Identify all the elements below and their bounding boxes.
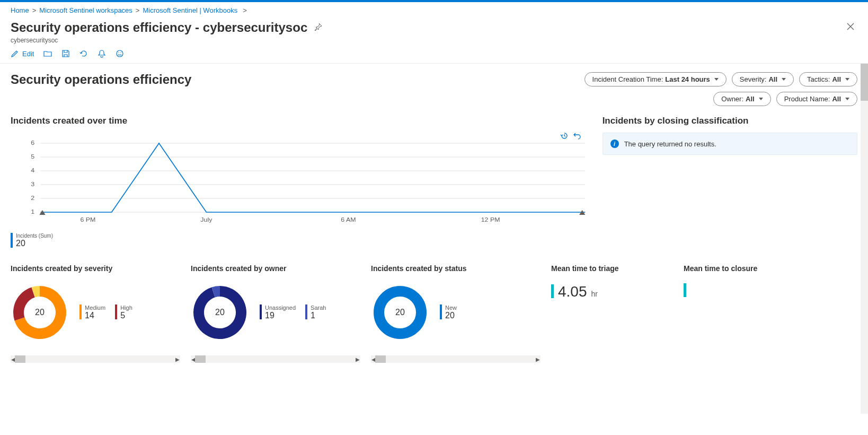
pin-icon[interactable] xyxy=(314,23,322,33)
close-icon[interactable] xyxy=(844,20,857,36)
breadcrumb: Home > Microsoft Sentinel workspaces > M… xyxy=(0,2,868,16)
svg-point-0 xyxy=(117,50,123,57)
filter-severity[interactable]: Severity: All xyxy=(732,72,794,86)
chart-undo-icon[interactable] xyxy=(573,132,581,142)
svg-text:4: 4 xyxy=(31,167,34,173)
page-title: Security operations efficiency - cyberse… xyxy=(11,20,307,35)
workbook-title: Security operations efficiency xyxy=(11,72,191,87)
breadcrumb-chevron-icon: > xyxy=(243,6,247,14)
svg-text:6 PM: 6 PM xyxy=(80,216,95,223)
chevron-down-icon xyxy=(759,98,763,100)
breadcrumb-item[interactable]: Home xyxy=(11,6,29,14)
page-header: Security operations efficiency - cyberse… xyxy=(0,16,868,37)
refresh-button[interactable] xyxy=(79,49,88,58)
donut-severity: 20 xyxy=(11,283,69,342)
card-owner: Incidents created by owner 20 Unassigned… xyxy=(191,264,360,363)
legend-item: New20 xyxy=(440,304,457,320)
folder-open-icon xyxy=(43,49,52,58)
legend-item: High5 xyxy=(115,304,132,320)
page-subtitle: cybersecuritysoc xyxy=(0,37,868,44)
line-chart-svg: 123456 6 PMJuly6 AM12 PM xyxy=(11,133,587,228)
feedback-button[interactable] xyxy=(116,49,124,58)
legend-owner: Unassigned19 Sarah1 xyxy=(260,304,326,320)
breadcrumb-separator: > xyxy=(136,6,140,14)
breadcrumb-item[interactable]: Microsoft Sentinel workspaces xyxy=(39,6,132,14)
save-icon xyxy=(61,49,70,58)
line-chart-summary: Incidents (Sum) 20 xyxy=(11,233,587,248)
svg-text:5: 5 xyxy=(31,153,34,160)
filter-pills: Incident Creation Time: Last 24 hours Se… xyxy=(529,72,857,106)
edit-label: Edit xyxy=(22,50,34,58)
smiley-icon xyxy=(116,49,124,58)
info-icon: i xyxy=(610,140,619,148)
refresh-icon xyxy=(79,49,88,58)
legend-item: Sarah1 xyxy=(305,304,326,320)
scrollbar-vertical[interactable] xyxy=(861,64,868,373)
donut-status: 20 xyxy=(371,283,429,342)
metric-bar-icon xyxy=(551,284,554,298)
svg-text:12 PM: 12 PM xyxy=(481,216,500,223)
closing-chart-title: Incidents by closing classification xyxy=(603,116,857,126)
svg-text:3: 3 xyxy=(31,181,34,187)
legend-item: Unassigned19 xyxy=(260,304,296,320)
content: Security operations efficiency Incident … xyxy=(0,64,868,373)
save-button[interactable] xyxy=(61,49,70,58)
svg-text:July: July xyxy=(200,216,212,223)
no-results-text: The query returned no results. xyxy=(624,140,716,148)
chevron-down-icon xyxy=(782,78,786,81)
filter-product-name[interactable]: Product Name: All xyxy=(776,92,857,106)
metric-value: 4.05 xyxy=(558,283,587,300)
legend-item: Medium14 xyxy=(79,304,105,320)
svg-text:2: 2 xyxy=(31,195,34,201)
card-mean-triage: Mean time to triage 4.05 hr xyxy=(551,264,673,363)
legend-status: New20 xyxy=(440,304,457,320)
card-status: Incidents created by status 20 New20 ◀▶ xyxy=(371,264,541,363)
chevron-down-icon xyxy=(845,78,849,81)
pencil-icon xyxy=(11,49,19,58)
card-severity: Incidents created by severity 20 Medium1… xyxy=(11,264,180,363)
bell-icon xyxy=(98,49,106,58)
metric-unit: hr xyxy=(591,290,598,298)
chevron-down-icon xyxy=(714,78,719,81)
donut-owner: 20 xyxy=(191,283,249,342)
no-results-box: i The query returned no results. xyxy=(603,133,857,155)
scrollbar-horizontal[interactable]: ◀▶ xyxy=(11,355,180,363)
line-chart: 123456 6 PMJuly6 AM12 PM Incidents (Sum)… xyxy=(11,133,587,248)
notify-button[interactable] xyxy=(98,49,106,58)
scrollbar-horizontal[interactable]: ◀▶ xyxy=(371,355,541,363)
legend-severity: Medium14 High5 xyxy=(79,304,132,320)
filter-owner[interactable]: Owner: All xyxy=(713,92,771,106)
toolbar: Edit xyxy=(0,44,868,64)
filter-tactics[interactable]: Tactics: All xyxy=(799,72,857,86)
chevron-down-icon xyxy=(845,98,849,100)
filter-incident-time[interactable]: Incident Creation Time: Last 24 hours xyxy=(584,72,727,86)
line-chart-title: Incidents created over time xyxy=(11,116,587,126)
svg-text:6 AM: 6 AM xyxy=(341,216,356,223)
open-button[interactable] xyxy=(43,49,52,58)
scrollbar-horizontal[interactable]: ◀▶ xyxy=(191,355,360,363)
breadcrumb-item[interactable]: Microsoft Sentinel | Workbooks xyxy=(143,6,237,14)
svg-text:1: 1 xyxy=(31,208,34,215)
card-mean-closure: Mean time to closure xyxy=(684,264,805,363)
bottom-row: Incidents created by severity 20 Medium1… xyxy=(11,264,857,363)
metric-bar-icon xyxy=(684,283,686,297)
svg-text:6: 6 xyxy=(31,140,34,146)
chart-history-icon[interactable] xyxy=(560,132,569,142)
breadcrumb-separator: > xyxy=(32,6,37,14)
edit-button[interactable]: Edit xyxy=(11,49,34,58)
